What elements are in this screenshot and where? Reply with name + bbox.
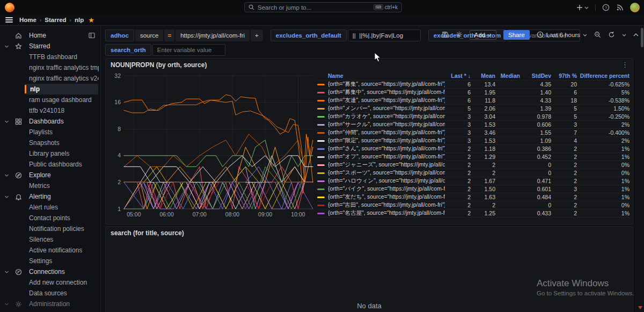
series-name[interactable]: {orth="友だち", source="https://jmty.jp/all… [317, 193, 445, 201]
add-button[interactable]: Add [470, 30, 496, 40]
sidebar-section-administration[interactable]: Administration [0, 299, 100, 309]
legend-row[interactable]: {orth="限定", source="https://jmty.jp/all/… [317, 136, 630, 144]
legend-row[interactable]: {orth="吉田", source="https://jmty.jp/all/… [317, 201, 630, 209]
series-name[interactable]: {orth="名古屋", source="https://jmty.jp/all… [317, 209, 445, 217]
sidebar-item-playlists[interactable]: Playlists [0, 127, 100, 137]
series-name[interactable]: {orth="募集中", source="https://jmty.jp/all… [317, 89, 445, 96]
series-name[interactable]: {orth="募集", source="https://jmty.jp/all/… [317, 81, 445, 88]
legend-column-header[interactable]: Mean [471, 72, 495, 79]
series-name[interactable]: {orth="ハロウィン", source="https://jmty.jp/a… [317, 177, 445, 185]
sidebar-item-ttfb-v241018[interactable]: ttfb v241018 [0, 105, 100, 116]
panel-title[interactable]: NOUN|PROPN (by orth, source) [111, 61, 207, 69]
series-name[interactable]: {orth="限定", source="https://jmty.jp/all/… [317, 137, 445, 144]
breadcrumb-home[interactable]: Home [19, 17, 36, 23]
legend-row[interactable]: {orth="仲間", source="https://jmty.jp/all/… [317, 128, 630, 136]
time-range-picker[interactable]: Last 6 hours [537, 31, 587, 38]
share-button[interactable]: Share [503, 30, 530, 40]
new-menu-button[interactable] [576, 4, 589, 11]
sidebar-item-data-sources[interactable]: Data sources [0, 288, 100, 299]
menu-toggle-icon[interactable] [5, 17, 13, 23]
save-icon[interactable] [442, 31, 449, 38]
legend-row[interactable]: {orth="カラオケ", source="https://jmty.jp/al… [317, 112, 630, 120]
series-name[interactable]: {orth="さん", source="https://jmty.jp/all/… [317, 145, 445, 153]
sidebar-item-alert-rules[interactable]: Alert rules [0, 202, 100, 213]
legend-row[interactable]: {orth="メンバー", source="https://jmty.jp/al… [317, 104, 630, 112]
sidebar-item-nlp[interactable]: nlp [25, 84, 98, 95]
gear-icon[interactable] [456, 31, 463, 38]
scrollbar-down-arrow[interactable] [638, 306, 642, 309]
panel-menu-icon[interactable]: ⋮ [621, 61, 628, 69]
legend-row[interactable]: {orth="サークル", source="https://jmty.jp/al… [317, 120, 630, 128]
series-name[interactable]: {orth="カラオケ", source="https://jmty.jp/al… [317, 113, 445, 120]
series-name[interactable]: {orth="オフ", source="https://jmty.jp/all/… [317, 153, 445, 161]
time-series-chart[interactable]: 3216842105:0006:0007:0008:0009:0010:00 [110, 72, 314, 219]
legend-column-header[interactable]: Last * ↓ [445, 72, 471, 79]
zoom-out-icon[interactable] [594, 31, 601, 38]
sidebar-item-add-new-connection[interactable]: Add new connection [0, 277, 100, 288]
sidebar-section-alerting[interactable]: Alerting [0, 191, 100, 202]
adhoc-filter-key[interactable]: source [135, 30, 164, 41]
legend-column-header[interactable]: StdDev [520, 72, 551, 79]
legend-row[interactable]: {orth="ハロウィン", source="https://jmty.jp/a… [317, 177, 630, 185]
legend-row[interactable]: {orth="名古屋", source="https://jmty.jp/all… [317, 209, 630, 217]
sidebar-item-ttfb-dashboard[interactable]: TTFB dashboard [0, 52, 100, 62]
legend-row[interactable]: {orth="友だち", source="https://jmty.jp/all… [317, 193, 630, 201]
breadcrumb-starred[interactable]: Starred [45, 17, 66, 23]
sidebar-item-active-notifications[interactable]: Active notifications [0, 245, 100, 256]
chevron-down-icon[interactable] [4, 270, 10, 274]
chevron-down-icon[interactable] [4, 44, 10, 49]
excludes-orth-default-input[interactable] [348, 30, 421, 41]
chevron-down-icon[interactable] [4, 194, 10, 199]
legend-row[interactable]: {orth="スポーツ", source="https://jmty.jp/al… [317, 169, 630, 177]
legend-column-header[interactable]: Name [317, 72, 445, 79]
series-name[interactable]: {orth="吉田", source="https://jmty.jp/all/… [317, 201, 445, 209]
sidebar-item-nginx-traffic-v241015[interactable]: nginx traffic analytics v241015 [0, 73, 100, 84]
sidebar-section-explore[interactable]: Explore [0, 170, 100, 180]
legend-row[interactable]: {orth="ジャニーズ", source="https://jmty.jp/a… [317, 161, 630, 169]
legend-row[interactable]: {orth="友達", source="https://jmty.jp/all/… [317, 96, 630, 104]
series-name[interactable]: {orth="友達", source="https://jmty.jp/all/… [317, 97, 445, 104]
news-icon[interactable] [616, 4, 624, 11]
series-name[interactable]: {orth="サークル", source="https://jmty.jp/al… [317, 121, 445, 128]
user-avatar[interactable] [630, 3, 640, 12]
series-name[interactable]: {orth="ジャニーズ", source="https://jmty.jp/a… [317, 161, 445, 169]
legend-column-header[interactable]: 97th % [551, 72, 577, 79]
help-icon[interactable]: ? [602, 4, 610, 11]
sidebar-item-contact-points[interactable]: Contact points [0, 213, 100, 223]
legend-column-header[interactable]: Median [495, 72, 520, 79]
panel-title[interactable]: search (for title, source) [111, 229, 184, 237]
legend-row[interactable]: {orth="オフ", source="https://jmty.jp/all/… [317, 153, 630, 161]
refresh-icon[interactable] [608, 31, 615, 38]
adhoc-filter-operator[interactable]: = [164, 30, 174, 41]
scrollbar-thumb[interactable] [641, 28, 643, 47]
sidebar-section-starred[interactable]: Starred [0, 41, 100, 52]
sidebar-section-dashboards[interactable]: Dashboards [0, 116, 100, 127]
grafana-logo-icon[interactable] [5, 3, 14, 12]
search-orth-input[interactable] [152, 44, 225, 56]
sidebar-item-silences[interactable]: Silences [0, 234, 100, 245]
sidebar-item-library-panels[interactable]: Library panels [0, 148, 100, 159]
series-name[interactable]: {orth="スポーツ", source="https://jmty.jp/al… [317, 169, 445, 177]
sidebar-section-connections[interactable]: Connections [0, 266, 100, 277]
adhoc-add-filter-button[interactable]: + [251, 30, 263, 41]
caret-up-icon[interactable] [633, 33, 639, 37]
legend-row[interactable]: {orth="バイク", source="https://jmty.jp/all… [317, 185, 630, 193]
star-filled-icon[interactable]: ★ [88, 16, 94, 24]
legend-row[interactable]: {orth="募集", source="https://jmty.jp/all/… [317, 80, 630, 88]
adhoc-filter-value[interactable]: https://jmty.jp/all/com-fri [175, 30, 250, 41]
scrollbar[interactable] [640, 27, 643, 311]
legend-row[interactable]: {orth="さん", source="https://jmty.jp/all/… [317, 144, 630, 153]
sidebar-item-snapshots[interactable]: Snapshots [0, 137, 100, 148]
chevron-down-icon[interactable] [622, 33, 626, 37]
global-search-input[interactable]: Search or jump to... ⌨ ctrl+k [244, 2, 402, 12]
sidebar-item-ram-usage-dashboard[interactable]: ram usage dashboard [0, 95, 100, 105]
sidebar-item-nginx-traffic-tmp[interactable]: nginx traffic analytics tmp C... [0, 62, 100, 73]
legend-row[interactable]: {orth="募集中", source="https://jmty.jp/all… [317, 88, 630, 96]
legend-column-header[interactable]: Difference percent [577, 72, 630, 79]
series-name[interactable]: {orth="バイク", source="https://jmty.jp/all… [317, 185, 445, 193]
sidebar-item-notification-policies[interactable]: Notification policies [0, 223, 100, 234]
sidebar-item-settings[interactable]: Settings [0, 256, 100, 266]
chevron-down-icon[interactable] [4, 173, 10, 178]
sidebar-item-metrics[interactable]: Metrics [0, 180, 100, 191]
chevron-down-icon[interactable] [4, 302, 10, 307]
